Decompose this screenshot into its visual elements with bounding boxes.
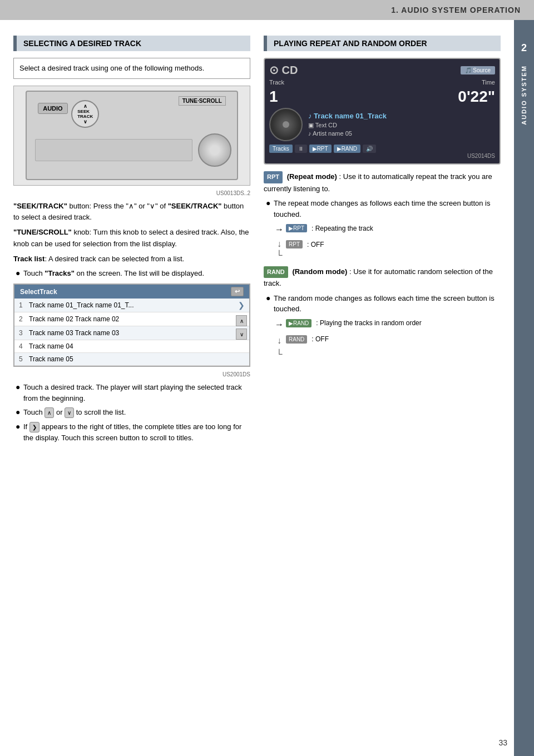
- bullet-dot-4: ●: [16, 421, 23, 432]
- rand-mode-section: RAND (Random mode) : Use it for automati…: [264, 266, 501, 359]
- cd-top-row: ⊙ CD 🎵 Source: [269, 63, 495, 77]
- rand-off-text: : OFF: [312, 335, 329, 343]
- bullet-text-1: Touch "Tracks" on the screen. The list w…: [23, 268, 204, 279]
- bullet-text-3: Touch ∧ or ∨ to scroll the list.: [23, 407, 126, 418]
- seek-track-bold2: "SEEK/TRACK": [168, 202, 222, 210]
- track-name: Track name 04: [29, 342, 245, 350]
- track-name: Track name 05: [29, 355, 245, 363]
- rpt-flow-diagram: → ↓ └ ▶RPT : Repeating the track RPT : O…: [275, 224, 501, 259]
- rpt-flow-row-2: RPT : OFF: [286, 240, 373, 248]
- table-row[interactable]: 1 Track name 01_Track name 01_T... ❯: [14, 299, 249, 312]
- cd-track-num: 1: [269, 88, 278, 106]
- cd-time: 0'22": [458, 88, 495, 106]
- expand-icon: ❯: [29, 422, 39, 432]
- seek-track-text: "SEEK/TRACK" button: Press the "∧" or "∨…: [13, 201, 250, 224]
- info-box: Select a desired track using one of the …: [13, 58, 250, 79]
- scroll-buttons: ∧ ∨: [236, 315, 247, 340]
- pause-button[interactable]: ⏸: [295, 145, 307, 153]
- rand-flow-items: ▶RAND : Playing the tracks in random ord…: [286, 319, 422, 346]
- source-button[interactable]: 🎵 Source: [461, 66, 495, 74]
- cd-track-name: ♪ Track name 01_Track: [308, 112, 495, 120]
- scroll-up-button[interactable]: ∧: [236, 315, 247, 326]
- device-image: AUDIO ∧ SEEKTRACK ∨ TUNE·SCROLL: [13, 86, 250, 186]
- bullet-item-4: ● If ❯ appears to the right of titles, t…: [13, 421, 250, 444]
- rand-flow-row-2: RAND : OFF: [286, 335, 422, 344]
- track-num: 3: [19, 329, 29, 337]
- stereo-body: [35, 139, 192, 161]
- two-col-layout: SELECTING A DESIRED TRACK Select a desir…: [13, 36, 501, 447]
- seek-track-bold: "SEEK/TRACK": [13, 202, 67, 210]
- track-list-text: Track list: A desired track can be selec…: [13, 253, 250, 265]
- rpt-mode-desc: RPT (Repeat mode) : Use it to automatica…: [264, 171, 501, 195]
- track-label: Track: [269, 79, 284, 86]
- bullet-dot-2: ●: [16, 382, 23, 393]
- cd-artist-row: ♪ Artist name 05: [308, 130, 495, 137]
- track-num: 4: [19, 342, 29, 350]
- rpt-off-text: : OFF: [307, 241, 324, 248]
- rpt-flow-row-1: ▶RPT : Repeating the track: [286, 224, 373, 232]
- rpt-bullet: ● The repeat mode changes as follows eac…: [264, 198, 501, 220]
- tracks-button[interactable]: Tracks: [269, 145, 293, 153]
- audio-button: AUDIO: [38, 103, 67, 114]
- scroll-up-icon: ∧: [44, 407, 54, 418]
- table-row[interactable]: 3 Track name 03 Track name 03 ❯: [14, 326, 249, 340]
- cd-caption: US2014DS: [269, 153, 495, 159]
- bullet-dot-rpt: ●: [266, 198, 274, 209]
- track-num: 5: [19, 355, 29, 363]
- bullet-text-4: If ❯ appears to the right of titles, the…: [23, 421, 250, 444]
- table-row[interactable]: 4 Track name 04: [14, 340, 249, 353]
- track-name: Track name 01_Track name 01_T...: [29, 301, 238, 309]
- scroll-down-button[interactable]: ∨: [236, 329, 247, 340]
- rand-label-box: RAND: [264, 266, 288, 278]
- cd-icon: ⊙ CD: [269, 63, 298, 77]
- rand-active-text: : Playing the tracks in random order: [316, 319, 421, 327]
- right-section-header: PLAYING REPEAT AND RANDOM ORDER: [264, 36, 501, 51]
- right-sidebar: 2 AUDIO SYSTEM: [514, 20, 534, 756]
- rand-arrow-right: →: [275, 319, 284, 330]
- sidebar-number: 2: [521, 42, 527, 54]
- rpt-label-box: RPT: [264, 171, 283, 183]
- vol-button[interactable]: 🔊: [363, 145, 376, 153]
- rpt-arrow-right: →: [275, 224, 284, 235]
- left-section-title: SELECTING A DESIRED TRACK: [17, 36, 250, 51]
- rand-button[interactable]: ▶RAND: [334, 145, 360, 153]
- track-list-bold: Track list: [13, 255, 44, 263]
- right-column: PLAYING REPEAT AND RANDOM ORDER ⊙ CD 🎵 S…: [264, 36, 501, 447]
- cd-disc: [269, 108, 303, 141]
- rand-mode-desc: RAND (Random mode) : Use it for automati…: [264, 266, 501, 290]
- rpt-button[interactable]: ▶RPT: [309, 145, 332, 153]
- cd-disc-center: [283, 121, 289, 128]
- bullet-text-2: Touch a desired track. The player will s…: [23, 382, 250, 404]
- track-list-back-btn[interactable]: ↩: [231, 287, 244, 296]
- track-num: 2: [19, 315, 29, 323]
- cd-track-info: ♪ Track name 01_Track ▣ Text CD ♪ Artist…: [308, 112, 495, 138]
- tune-scroll-knob: [198, 133, 231, 167]
- cd-info-row: Track Time: [269, 79, 495, 86]
- seek-up-icon: ∧: [83, 103, 87, 109]
- track-list-title: SelectTrack: [20, 288, 57, 296]
- cd-text-cd: ▣ Text CD: [308, 122, 337, 129]
- left-section-header: SELECTING A DESIRED TRACK: [13, 36, 250, 51]
- main-content: SELECTING A DESIRED TRACK Select a desir…: [0, 20, 514, 458]
- rand-flow-diagram: → ↓ └ ▶RAND : Playing the tracks in rand…: [275, 319, 501, 359]
- header-bar: 1. AUDIO SYSTEM OPERATION: [0, 0, 534, 20]
- rpt-mode-section: RPT (Repeat mode) : Use it to automatica…: [264, 171, 501, 260]
- device-caption: US0013DS..2: [13, 190, 250, 196]
- rpt-off-icon: RPT: [286, 240, 303, 248]
- bullet-dot-1: ●: [16, 268, 23, 279]
- time-label: Time: [482, 79, 495, 86]
- rpt-active-text: : Repeating the track: [312, 225, 373, 232]
- cd-artist: ♪ Artist name 05: [308, 130, 352, 137]
- table-row[interactable]: 2 Track name 02 Track name 02 ❯: [14, 312, 249, 326]
- track-name: Track name 03 Track name 03: [29, 329, 238, 337]
- bullet-item-1: ● Touch "Tracks" on the screen. The list…: [13, 268, 250, 279]
- rand-bullet: ● The random mode changes as follows eac…: [264, 293, 501, 315]
- left-column: SELECTING A DESIRED TRACK Select a desir…: [13, 36, 250, 447]
- rpt-flow-items: ▶RPT : Repeating the track RPT : OFF: [286, 224, 373, 251]
- track-name: Track name 02 Track name 02: [29, 315, 238, 323]
- table-row[interactable]: 5 Track name 05: [14, 353, 249, 366]
- scroll-down-icon: ∨: [65, 407, 74, 418]
- rand-flow-row-1: ▶RAND : Playing the tracks in random ord…: [286, 319, 422, 327]
- rand-active-icon: ▶RAND: [286, 319, 312, 327]
- bullet-dot-rand: ●: [266, 293, 274, 304]
